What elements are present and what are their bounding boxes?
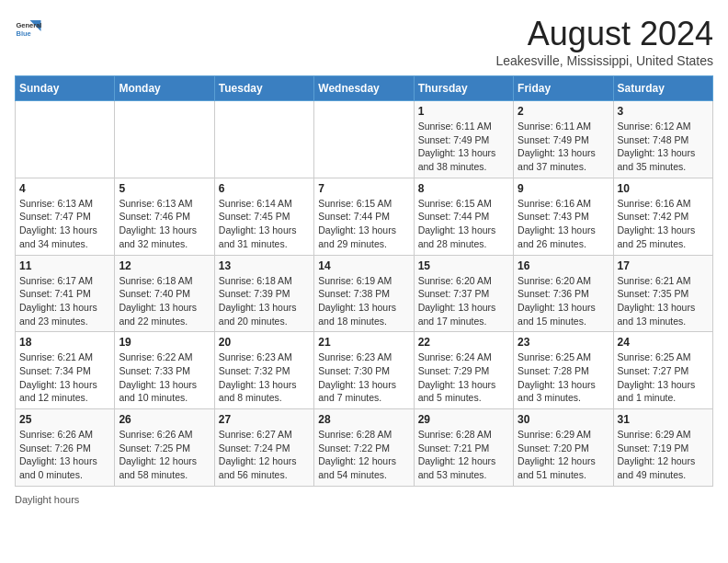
- day-number: 24: [618, 336, 709, 349]
- calendar-cell: 7Sunrise: 6:15 AMSunset: 7:44 PMDaylight…: [314, 178, 414, 255]
- day-number: 22: [418, 336, 509, 349]
- col-header-sunday: Sunday: [16, 76, 115, 101]
- calendar-week-row: 1Sunrise: 6:11 AMSunset: 7:49 PMDaylight…: [16, 101, 713, 178]
- day-number: 27: [219, 413, 310, 426]
- day-number: 28: [318, 413, 409, 426]
- day-number: 29: [418, 413, 509, 426]
- calendar-cell: 6Sunrise: 6:14 AMSunset: 7:45 PMDaylight…: [214, 178, 313, 255]
- footer-note-text: Daylight hours: [15, 494, 79, 505]
- col-header-monday: Monday: [115, 76, 214, 101]
- day-number: 19: [119, 336, 210, 349]
- calendar-header-row: SundayMondayTuesdayWednesdayThursdayFrid…: [16, 76, 713, 101]
- day-info: Sunrise: 6:27 AMSunset: 7:24 PMDaylight:…: [219, 428, 310, 482]
- day-number: 14: [318, 259, 409, 272]
- calendar-cell: 17Sunrise: 6:21 AMSunset: 7:35 PMDayligh…: [613, 255, 712, 332]
- page-header: General Blue August 2024 Leakesville, Mi…: [15, 15, 713, 68]
- day-number: 21: [318, 336, 409, 349]
- calendar-cell: 8Sunrise: 6:15 AMSunset: 7:44 PMDaylight…: [414, 178, 513, 255]
- calendar-cell: 15Sunrise: 6:20 AMSunset: 7:37 PMDayligh…: [414, 255, 513, 332]
- day-info: Sunrise: 6:25 AMSunset: 7:27 PMDaylight:…: [618, 350, 709, 405]
- day-number: 12: [119, 259, 210, 272]
- calendar-cell: 19Sunrise: 6:22 AMSunset: 7:33 PMDayligh…: [115, 332, 214, 409]
- day-number: 31: [618, 413, 709, 426]
- svg-text:General: General: [17, 21, 42, 29]
- location: Leakesville, Mississippi, United States: [495, 53, 713, 68]
- day-info: Sunrise: 6:15 AMSunset: 7:44 PMDaylight:…: [318, 197, 409, 251]
- calendar-cell: 30Sunrise: 6:29 AMSunset: 7:20 PMDayligh…: [514, 409, 613, 487]
- day-number: 4: [19, 182, 110, 195]
- day-info: Sunrise: 6:21 AMSunset: 7:34 PMDaylight:…: [19, 350, 110, 405]
- calendar-cell: 26Sunrise: 6:26 AMSunset: 7:25 PMDayligh…: [115, 409, 214, 487]
- calendar-cell: 29Sunrise: 6:28 AMSunset: 7:21 PMDayligh…: [414, 409, 513, 487]
- calendar-cell: [214, 101, 313, 178]
- calendar-cell: 13Sunrise: 6:18 AMSunset: 7:39 PMDayligh…: [214, 255, 313, 332]
- day-info: Sunrise: 6:23 AMSunset: 7:32 PMDaylight:…: [219, 350, 310, 405]
- day-number: 8: [418, 182, 509, 195]
- footer-note: Daylight hours: [15, 494, 713, 505]
- day-number: 10: [618, 182, 709, 195]
- day-number: 1: [418, 105, 509, 118]
- day-info: Sunrise: 6:20 AMSunset: 7:37 PMDaylight:…: [418, 274, 509, 328]
- day-number: 2: [518, 105, 609, 118]
- day-info: Sunrise: 6:19 AMSunset: 7:38 PMDaylight:…: [318, 274, 409, 328]
- col-header-thursday: Thursday: [414, 76, 513, 101]
- calendar-cell: [16, 101, 115, 178]
- day-number: 7: [318, 182, 409, 195]
- day-number: 20: [219, 336, 310, 349]
- calendar-cell: [314, 101, 414, 178]
- day-number: 13: [219, 259, 310, 272]
- col-header-wednesday: Wednesday: [314, 76, 414, 101]
- day-number: 30: [518, 413, 609, 426]
- calendar-cell: 3Sunrise: 6:12 AMSunset: 7:48 PMDaylight…: [613, 101, 712, 178]
- day-info: Sunrise: 6:16 AMSunset: 7:42 PMDaylight:…: [618, 197, 709, 251]
- calendar-table: SundayMondayTuesdayWednesdayThursdayFrid…: [15, 75, 713, 487]
- day-info: Sunrise: 6:28 AMSunset: 7:22 PMDaylight:…: [318, 428, 409, 482]
- calendar-cell: 11Sunrise: 6:17 AMSunset: 7:41 PMDayligh…: [16, 255, 115, 332]
- calendar-week-row: 18Sunrise: 6:21 AMSunset: 7:34 PMDayligh…: [16, 332, 713, 409]
- title-block: August 2024 Leakesville, Mississippi, Un…: [495, 15, 713, 68]
- day-number: 16: [518, 259, 609, 272]
- day-info: Sunrise: 6:13 AMSunset: 7:46 PMDaylight:…: [119, 197, 210, 251]
- calendar-cell: 4Sunrise: 6:13 AMSunset: 7:47 PMDaylight…: [16, 178, 115, 255]
- day-number: 3: [618, 105, 709, 118]
- day-info: Sunrise: 6:24 AMSunset: 7:29 PMDaylight:…: [418, 350, 509, 405]
- day-number: 9: [518, 182, 609, 195]
- day-number: 15: [418, 259, 509, 272]
- day-info: Sunrise: 6:28 AMSunset: 7:21 PMDaylight:…: [418, 428, 509, 482]
- day-number: 26: [119, 413, 210, 426]
- calendar-cell: 20Sunrise: 6:23 AMSunset: 7:32 PMDayligh…: [214, 332, 313, 409]
- col-header-tuesday: Tuesday: [214, 76, 313, 101]
- col-header-friday: Friday: [514, 76, 613, 101]
- day-info: Sunrise: 6:18 AMSunset: 7:39 PMDaylight:…: [219, 274, 310, 328]
- day-info: Sunrise: 6:17 AMSunset: 7:41 PMDaylight:…: [19, 274, 110, 328]
- day-number: 18: [19, 336, 110, 349]
- day-info: Sunrise: 6:29 AMSunset: 7:19 PMDaylight:…: [618, 428, 709, 482]
- day-info: Sunrise: 6:25 AMSunset: 7:28 PMDaylight:…: [518, 350, 609, 405]
- calendar-cell: 9Sunrise: 6:16 AMSunset: 7:43 PMDaylight…: [514, 178, 613, 255]
- svg-text:Blue: Blue: [17, 29, 31, 38]
- calendar-cell: 14Sunrise: 6:19 AMSunset: 7:38 PMDayligh…: [314, 255, 414, 332]
- calendar-cell: [115, 101, 214, 178]
- day-number: 11: [19, 259, 110, 272]
- day-number: 25: [19, 413, 110, 426]
- day-info: Sunrise: 6:29 AMSunset: 7:20 PMDaylight:…: [518, 428, 609, 482]
- calendar-cell: 5Sunrise: 6:13 AMSunset: 7:46 PMDaylight…: [115, 178, 214, 255]
- day-info: Sunrise: 6:15 AMSunset: 7:44 PMDaylight:…: [418, 197, 509, 251]
- day-info: Sunrise: 6:11 AMSunset: 7:49 PMDaylight:…: [418, 120, 509, 174]
- day-info: Sunrise: 6:12 AMSunset: 7:48 PMDaylight:…: [618, 120, 709, 174]
- calendar-week-row: 4Sunrise: 6:13 AMSunset: 7:47 PMDaylight…: [16, 178, 713, 255]
- calendar-cell: 18Sunrise: 6:21 AMSunset: 7:34 PMDayligh…: [16, 332, 115, 409]
- calendar-cell: 12Sunrise: 6:18 AMSunset: 7:40 PMDayligh…: [115, 255, 214, 332]
- calendar-cell: 21Sunrise: 6:23 AMSunset: 7:30 PMDayligh…: [314, 332, 414, 409]
- calendar-cell: 2Sunrise: 6:11 AMSunset: 7:49 PMDaylight…: [514, 101, 613, 178]
- day-info: Sunrise: 6:14 AMSunset: 7:45 PMDaylight:…: [219, 197, 310, 251]
- calendar-cell: 22Sunrise: 6:24 AMSunset: 7:29 PMDayligh…: [414, 332, 513, 409]
- day-info: Sunrise: 6:13 AMSunset: 7:47 PMDaylight:…: [19, 197, 110, 251]
- calendar-week-row: 11Sunrise: 6:17 AMSunset: 7:41 PMDayligh…: [16, 255, 713, 332]
- day-info: Sunrise: 6:11 AMSunset: 7:49 PMDaylight:…: [518, 120, 609, 174]
- calendar-cell: 31Sunrise: 6:29 AMSunset: 7:19 PMDayligh…: [613, 409, 712, 487]
- month-year: August 2024: [495, 15, 713, 53]
- calendar-cell: 1Sunrise: 6:11 AMSunset: 7:49 PMDaylight…: [414, 101, 513, 178]
- day-info: Sunrise: 6:22 AMSunset: 7:33 PMDaylight:…: [119, 350, 210, 405]
- day-number: 5: [119, 182, 210, 195]
